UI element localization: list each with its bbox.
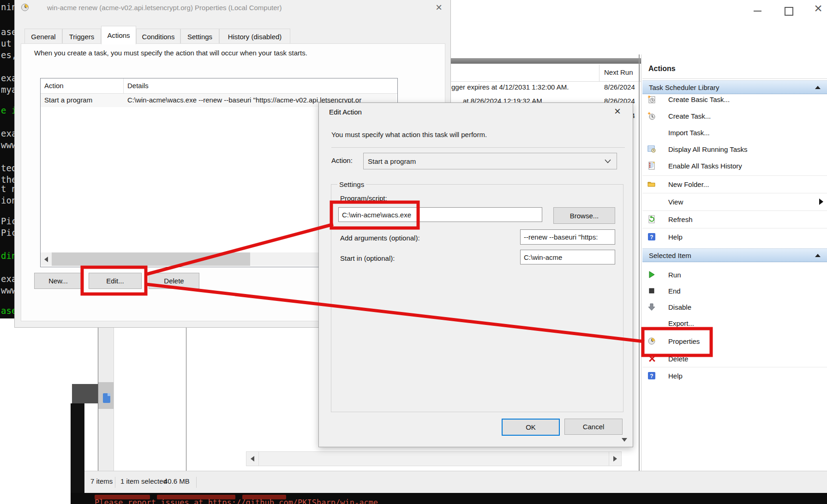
action-item-label: Run (668, 271, 681, 279)
next-run-column-header[interactable]: Next Run (604, 68, 633, 76)
tab-settings[interactable]: Settings (180, 29, 219, 44)
action-item-enable-all-tasks-history[interactable]: Enable All Tasks History (642, 159, 827, 173)
blank-icon (647, 318, 656, 328)
action-item-label: Properties (668, 337, 700, 345)
scheduler-window-top-edge (450, 58, 641, 64)
scroll-right-button[interactable] (609, 452, 621, 466)
window-minimize-button[interactable] (750, 5, 765, 17)
action-item-label: Display All Running Tasks (668, 145, 747, 153)
edit-action-instruction: You must specify what action this task w… (331, 131, 487, 138)
background-terminal-left: nin ase ut ( es, exa mya e i exa www ted… (0, 0, 14, 318)
cancel-button[interactable]: Cancel (564, 419, 623, 435)
action-item-export[interactable]: Export... (642, 316, 827, 330)
panel-left-border (639, 54, 640, 471)
header-underline (450, 81, 641, 82)
actions-table-header: Action Details (41, 78, 397, 94)
scroll-left-button[interactable] (41, 252, 52, 266)
collapse-icon[interactable] (815, 86, 821, 89)
browse-button-label: Browse... (570, 212, 599, 220)
action-dropdown[interactable]: Start a program (363, 153, 617, 169)
action-item-import-task[interactable]: Import Task... (642, 126, 827, 139)
edit-action-close-button[interactable]: × (614, 106, 621, 117)
action-item-label: Help (668, 233, 683, 241)
add-arguments-input[interactable]: --renew --baseuri "https: (520, 229, 615, 245)
running-tasks-icon (647, 144, 656, 154)
tab-actions[interactable]: Actions (101, 26, 136, 44)
tab-history[interactable]: History (disabled) (219, 29, 290, 44)
ok-button-label: OK (526, 423, 536, 431)
panel-left-border-inner (641, 54, 641, 471)
action-item-display-all-running-tasks[interactable]: Display All Running Tasks (642, 142, 827, 156)
delete-button-label: Delete (164, 277, 184, 285)
action-item-label: End (668, 287, 681, 295)
help-icon: ? (647, 232, 656, 241)
action-item-help-selected[interactable]: ? Help (642, 369, 827, 383)
run-icon (647, 270, 656, 279)
scroll-down-icon (622, 438, 627, 442)
column-header-details[interactable]: Details (127, 82, 149, 90)
svg-text:?: ? (650, 373, 653, 379)
column-header-action[interactable]: Action (44, 82, 64, 90)
file-icon-fold (108, 393, 110, 396)
action-item-refresh[interactable]: Refresh (642, 212, 827, 226)
actions-separator (642, 210, 827, 211)
task-row-text: gger expires at 4/12/2031 1:32:00 AM. (451, 83, 569, 91)
dialog-scroll-down-button[interactable] (619, 436, 630, 444)
action-item-help[interactable]: ? Help (642, 230, 827, 244)
actions-title-underline (642, 78, 827, 79)
file-icon[interactable] (103, 393, 110, 403)
scrollbar-thumb[interactable] (52, 252, 250, 266)
actions-panel-title: Actions (648, 65, 676, 73)
action-item-delete[interactable]: Delete (642, 352, 827, 366)
action-item-run[interactable]: Run (642, 268, 827, 282)
submenu-arrow-icon (819, 198, 823, 205)
svg-text:?: ? (650, 234, 653, 240)
status-divider (196, 477, 197, 488)
tab-triggers[interactable]: Triggers (62, 29, 101, 44)
new-button[interactable]: New... (34, 273, 82, 289)
explorer-status-bar: 7 items 1 item selected 40.6 MB (84, 471, 827, 493)
group-header-selected-item[interactable]: Selected Item (642, 248, 827, 262)
action-item-new-folder[interactable]: New Folder... (642, 177, 827, 191)
browse-button[interactable]: Browse... (553, 207, 615, 224)
column-divider[interactable] (123, 78, 124, 93)
action-item-label: Export... (668, 319, 694, 327)
action-label: Action: (331, 156, 353, 164)
explorer-list-pane (98, 327, 186, 473)
actions-separator (642, 193, 827, 193)
program-script-input[interactable]: C:\win-acme\wacs.exe (338, 207, 542, 222)
tab-general[interactable]: General (24, 29, 62, 44)
cancel-button-label: Cancel (583, 423, 605, 431)
edit-action-title: Edit Action (329, 108, 362, 116)
properties-close-button[interactable]: × (436, 2, 442, 13)
dark-window-fragment (71, 403, 84, 504)
edit-button[interactable]: Edit... (89, 273, 142, 289)
delete-button[interactable]: Delete (149, 273, 199, 289)
scheduler-horizontal-scrollbar[interactable] (246, 451, 622, 466)
scroll-left-icon (251, 456, 254, 462)
collapse-icon[interactable] (815, 254, 821, 257)
tab-conditions[interactable]: Conditions (136, 29, 180, 44)
window-close-button[interactable]: × (810, 1, 826, 16)
task-clock-icon (21, 3, 29, 12)
status-size: 40.6 MB (164, 477, 190, 485)
window-maximize-button[interactable] (781, 5, 796, 17)
action-item-label: Create Basic Task... (668, 96, 730, 103)
scroll-left-button[interactable] (246, 452, 259, 466)
start-in-input[interactable]: C:\win-acme (520, 250, 615, 264)
action-item-properties[interactable]: Properties (642, 334, 827, 348)
action-item-label: Disable (668, 303, 691, 311)
ok-button[interactable]: OK (502, 419, 560, 436)
actions-separator (642, 228, 827, 228)
blank-icon (647, 128, 656, 137)
action-item-label: New Folder... (668, 180, 709, 188)
action-item-create-task[interactable]: Create Task... (642, 109, 827, 123)
blank-icon (647, 197, 656, 206)
action-item-create-basic-task[interactable]: Create Basic Task... (642, 92, 827, 106)
action-item-view[interactable]: View (642, 195, 827, 209)
action-item-disable[interactable]: Disable (642, 300, 827, 314)
row-action-cell: Start a program (44, 96, 92, 104)
edit-button-label: Edit... (106, 277, 124, 285)
action-item-label: Import Task... (668, 129, 710, 137)
action-item-end[interactable]: End (642, 284, 827, 298)
